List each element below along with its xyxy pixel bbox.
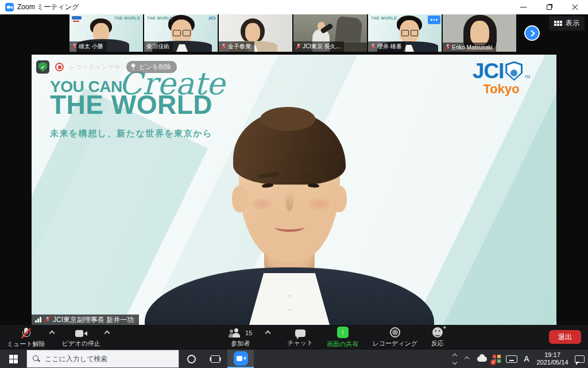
task-view-button[interactable] (203, 350, 227, 368)
mic-muted-icon (221, 43, 226, 50)
recording-watermark: レコーディング中 (69, 63, 121, 71)
participant-thumbnail[interactable]: 金子春菜 (219, 14, 292, 52)
taskbar-search[interactable] (26, 350, 179, 368)
unmute-label: ミュート解除 (7, 340, 45, 348)
jci-shield-icon (505, 62, 523, 81)
slogan-subtitle: 未来を構想し、新たな世界を東京から (50, 128, 225, 139)
participant-name-tag: 金子春菜 (219, 41, 254, 52)
participant-name-tag: 柴田佳佑 (144, 41, 173, 52)
minimize-button[interactable] (510, 0, 536, 14)
chevron-up-icon (452, 353, 457, 358)
jci-logo-text: JCI (473, 60, 504, 82)
hidden-icons-button[interactable] (459, 350, 474, 368)
face (239, 117, 340, 262)
view-menu-button[interactable]: 表示 (549, 16, 585, 30)
participant-name-tag: JCI東京 長久... (293, 41, 344, 52)
reactions-button[interactable]: + 反応 (429, 325, 446, 350)
participants-options-chevron[interactable] (265, 331, 271, 336)
tray-scroll-buttons[interactable] (450, 350, 459, 368)
record-button[interactable]: レコーディング (370, 325, 420, 350)
participant-thumbnail[interactable]: Eriko Matsusaki (443, 14, 516, 52)
participant-thumbnail[interactable]: THE WORLD 櫻井 雄基 (368, 14, 442, 52)
minimize-icon (520, 7, 527, 7)
participant-thumbnail[interactable]: THE WORLD 雄太 小勝 (69, 14, 143, 52)
pushpin-icon (130, 64, 136, 70)
glasses-decor (173, 30, 191, 36)
participants-count: 15 (245, 329, 252, 336)
maximize-button[interactable] (536, 0, 562, 14)
speaker-name-tag: JCI東京副理事長 新井一功 (32, 315, 139, 325)
windows-taskbar: 6 A 19:17 2021/05/14 (0, 350, 588, 368)
participant-name: 雄太 小勝 (79, 43, 103, 51)
cortana-circle-icon (187, 355, 196, 363)
meeting-window: 表示 THE WORLD 雄太 小勝 THE WORLD JCI 柴田佳佑 金子… (0, 14, 588, 350)
chat-button[interactable]: チャット (285, 325, 315, 350)
ime-mode-button[interactable]: A (519, 350, 534, 368)
video-options-chevron[interactable] (104, 331, 110, 336)
taskbar-zoom-app[interactable] (227, 350, 254, 368)
thumbnail-more-button[interactable] (428, 16, 440, 24)
video-top-controls: ✓ レコーディング中 ピンを削除 (36, 60, 177, 74)
company-logo-decor (72, 16, 87, 22)
search-input[interactable] (45, 355, 173, 363)
notification-app-tray-icon[interactable]: 6 (489, 350, 504, 368)
audio-options-chevron[interactable] (49, 331, 55, 336)
backdrop-slogan-decor: THE WORLD (114, 16, 140, 20)
backdrop-slogan-decor: THE WORLD (147, 16, 173, 20)
participants-icon (229, 328, 242, 338)
share-screen-label: 画面の共有 (327, 340, 358, 348)
view-menu-label: 表示 (566, 18, 579, 28)
onedrive-tray-icon[interactable] (474, 350, 489, 368)
speaker-portrait (140, 113, 439, 325)
start-button[interactable] (0, 350, 26, 368)
action-center-icon (575, 355, 585, 363)
participant-thumbnail[interactable]: JCI東京 長久... (293, 14, 367, 52)
window-controls (510, 0, 588, 14)
reactions-label: 反応 (431, 339, 444, 348)
close-icon (571, 3, 579, 11)
cortana-button[interactable] (179, 350, 203, 368)
participant-thumbnail[interactable]: THE WORLD JCI 柴田佳佑 (144, 14, 218, 52)
security-badge[interactable]: ✓ (36, 60, 49, 74)
jci-trademark: TM (524, 75, 530, 79)
gallery-grid-icon (554, 21, 562, 26)
unmute-button[interactable]: ミュート解除 (5, 325, 48, 350)
leave-meeting-button[interactable]: 退出 (549, 330, 581, 344)
reactions-icon: + (432, 327, 443, 338)
mic-muted-icon (445, 44, 450, 51)
remove-pin-button[interactable]: ピンを削除 (126, 61, 177, 73)
next-participants-button[interactable] (524, 25, 540, 41)
close-button[interactable] (562, 0, 588, 14)
share-screen-button[interactable]: ↑ 画面の共有 (324, 325, 361, 350)
window-titlebar: Zoom ミーティング (0, 0, 588, 14)
system-tray: 6 A 19:17 2021/05/14 (450, 350, 588, 368)
touch-keyboard-button[interactable] (504, 350, 519, 368)
slogan-line2: THE WORLD (50, 91, 225, 118)
chat-icon (295, 329, 305, 337)
participant-name: Eriko Matsusaki (452, 44, 493, 51)
participants-label: 参加者 (231, 339, 250, 348)
participant-name: JCI東京 長久... (303, 43, 341, 51)
maximize-icon (547, 5, 552, 10)
signal-bars-icon (35, 317, 42, 323)
taskbar-clock[interactable]: 19:17 2021/05/14 (534, 351, 571, 366)
mic-muted-icon (22, 328, 30, 338)
main-speaker-video[interactable]: ✓ レコーディング中 ピンを削除 YOU CAN Create THE WORL… (32, 55, 556, 325)
participant-name-tag: 雄太 小勝 (69, 41, 107, 52)
shield-check-icon: ✓ (38, 62, 47, 72)
clock-date: 2021/05/14 (536, 359, 568, 366)
ime-indicator: A (524, 354, 529, 363)
speaker-name: JCI東京副理事長 新井一功 (53, 315, 134, 325)
remove-pin-label: ピンを削除 (139, 63, 171, 71)
search-icon (33, 355, 40, 363)
participant-name-tag: 櫻井 雄基 (368, 41, 405, 52)
jci-tokyo-logo: JCI TM Tokyo (455, 60, 547, 97)
stop-video-label: ビデオの停止 (62, 339, 100, 348)
camera-icon (75, 330, 87, 338)
chevron-right-icon (528, 30, 535, 36)
jci-logo-city: Tokyo (455, 82, 547, 97)
mic-muted-icon (45, 316, 50, 323)
action-center-button[interactable] (571, 350, 588, 368)
participants-button[interactable]: 15 参加者 (226, 325, 254, 350)
stop-video-button[interactable]: ビデオの停止 (60, 325, 103, 350)
